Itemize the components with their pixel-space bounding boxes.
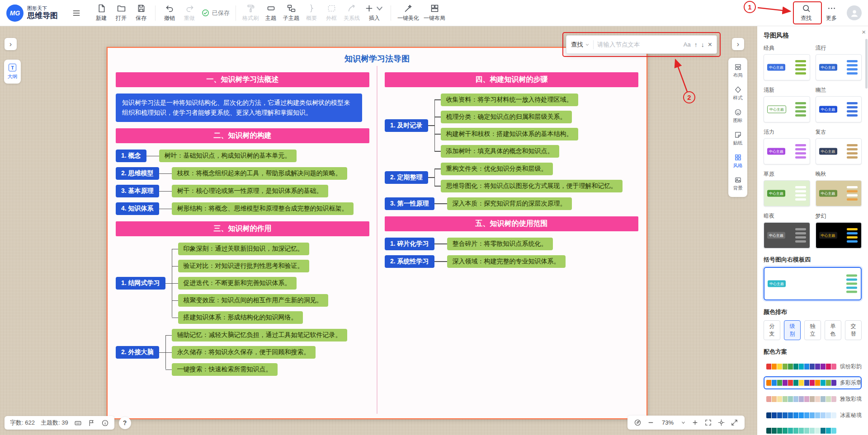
find-input[interactable] (597, 41, 680, 48)
topic-button[interactable]: 主题 (261, 2, 281, 24)
scheme-row[interactable]: 缤纷彩韵 (764, 360, 862, 373)
style-option[interactable]: 复古中心主题 (816, 128, 862, 164)
mindmap-sheet[interactable]: 知识树学习法导图 一、知识树学习法概述知识树学习法是一种将知识结构化、层次化的方… (107, 47, 647, 419)
color-layout-option[interactable]: 分支 (764, 320, 780, 340)
scheme-row[interactable]: 冰蓝秘境 (764, 409, 862, 422)
branch-node[interactable]: 2. 思维模型 (116, 167, 159, 180)
user-avatar[interactable] (847, 5, 862, 20)
leaf-node[interactable]: 辅助记忆：减轻大脑记忆负担，通过工具如笔记软件记录。 (172, 329, 347, 341)
leaf-node[interactable]: 树干：核心理论或第一性原理，是知识体系的基础。 (172, 185, 328, 197)
leaf-node[interactable]: 验证对比：对知识进行批判性思考和验证。 (178, 260, 309, 272)
style-option[interactable]: 草原中心主题 (764, 170, 810, 206)
summary-button[interactable]: 概要 (302, 2, 321, 24)
chevron-down-icon[interactable] (681, 420, 686, 425)
color-layout-option[interactable]: 单色 (825, 320, 841, 340)
more-button[interactable]: 更多 (821, 2, 841, 24)
right-tool-layout[interactable]: 布局 (728, 60, 747, 82)
leaf-node[interactable]: 深入领域：构建完整的专业知识体系。 (447, 255, 566, 268)
color-layout-option[interactable]: 级别 (784, 320, 801, 340)
branch-node[interactable]: 1. 结网式学习 (116, 277, 165, 290)
navigator-icon[interactable] (634, 419, 642, 426)
branch-node[interactable]: 2. 系统性学习 (385, 255, 434, 268)
zoom-in-icon[interactable] (691, 419, 699, 426)
map-canvas[interactable]: › T 大纲 知识树学习法导图 一、知识树学习法概述知识树学习法是一种将知识结构… (0, 26, 757, 435)
style-option[interactable]: 晚秋中心主题 (816, 170, 862, 206)
close-icon[interactable]: × (862, 28, 866, 35)
leaf-node[interactable]: 重构文件夹：优化知识分类和层级。 (441, 163, 553, 175)
collapse-right-panel-button[interactable]: › (732, 38, 744, 50)
keyboard-shortcuts-icon[interactable] (74, 419, 82, 427)
right-tool-theme[interactable]: 风格 (728, 150, 747, 173)
relation-line-button[interactable]: 关系线 (341, 2, 362, 24)
branch-node[interactable]: 1. 及时记录 (385, 119, 428, 132)
branch-node[interactable]: 1. 碎片化学习 (385, 238, 434, 250)
leaf-node[interactable]: 永久储存：将知识永久保存，便于回顾和搜索。 (172, 346, 316, 359)
template-thumbnail[interactable]: 中心主题 (764, 267, 862, 300)
color-layout-option[interactable]: 交替 (845, 320, 862, 340)
leaf-node[interactable]: 梳理分类：确定知识点的归属和层级关系。 (441, 111, 572, 123)
fit-screen-icon[interactable] (704, 419, 712, 426)
subtopic-button[interactable]: 子主题 (281, 2, 302, 24)
frame-button[interactable]: 外框 (321, 2, 341, 24)
outline-button[interactable]: T 大纲 (4, 60, 21, 84)
leaf-node[interactable]: 枝杈：将概念组织起来的工具，帮助形成解决问题的策略。 (172, 167, 347, 180)
leaf-node[interactable]: 添加树叶：填充具体的概念和知识点。 (441, 145, 559, 158)
leaf-node[interactable]: 思维导图化：将知识点以图形化方式展现，便于理解和记忆。 (441, 180, 623, 192)
close-icon[interactable]: × (708, 41, 712, 49)
style-option[interactable]: 流行中心主题 (816, 44, 862, 80)
leaf-node[interactable]: 深入本质：探究知识背后的深层次原理。 (447, 197, 572, 210)
leaf-node[interactable]: 核聚变效应：知识点间的相互作用产生新的洞见。 (178, 294, 328, 307)
style-option[interactable]: 梦幻中心主题 (816, 212, 862, 248)
leaf-node[interactable]: 搭建知识体系：形成结构化的知识网络。 (178, 311, 303, 324)
leaf-node[interactable]: 整合碎片：将零散知识点系统化。 (447, 238, 553, 250)
find-next-icon[interactable]: ↓ (701, 41, 704, 48)
branch-node[interactable]: 2. 定期整理 (385, 171, 428, 184)
branch-node[interactable]: 2. 外接大脑 (116, 346, 159, 359)
leaf-node[interactable]: 树形结构：将概念、思维模型和原理整合成完整的知识框架。 (172, 202, 354, 215)
undo-button[interactable]: 撤销 (160, 2, 179, 24)
right-tool-sticker[interactable]: 贴纸 (728, 127, 747, 150)
fullscreen-icon[interactable] (731, 419, 738, 426)
scheme-row[interactable]: 雅致彩境 (764, 393, 862, 406)
zoom-out-icon[interactable] (647, 419, 655, 426)
help-button[interactable]: ? (119, 417, 131, 429)
section-header-node[interactable]: 一、知识树学习法概述 (116, 72, 369, 87)
style-option[interactable]: 经典中心主题 (764, 44, 810, 80)
beautify-button[interactable]: 一键美化 (395, 2, 421, 24)
section-header-node[interactable]: 三、知识树的作用 (116, 221, 369, 236)
branch-node[interactable]: 4. 知识体系 (116, 202, 159, 215)
right-tool-style[interactable]: 样式 (728, 82, 747, 105)
leaf-node[interactable]: 树叶：基础知识点，构成知识树的基本单元。 (159, 150, 297, 162)
leaf-node[interactable]: 收集资料：将学习材料统一放入待处理区域。 (441, 94, 578, 106)
app-logo[interactable]: MG 图形天下 思维导图 (6, 5, 58, 22)
scheme-row[interactable] (764, 425, 862, 435)
find-previous-icon[interactable]: ↑ (694, 41, 698, 48)
right-tool-background[interactable]: 背景 (728, 173, 747, 195)
redo-button[interactable]: 重做 (179, 2, 199, 24)
match-case-toggle[interactable]: Aa (684, 41, 691, 48)
zoom-level[interactable]: 73% (660, 419, 675, 426)
branch-node[interactable]: 1. 概念 (116, 150, 146, 162)
right-tool-icons[interactable]: 图标 (728, 105, 747, 127)
section-header-node[interactable]: 二、知识树的构建 (116, 128, 369, 143)
style-option[interactable]: 活力中心主题 (764, 128, 810, 164)
find-mode-dropdown[interactable]: 查找 (571, 41, 590, 49)
locate-center-icon[interactable] (717, 419, 725, 426)
summary-node[interactable]: 知识树学习法是一种将知识结构化、层次化的方法，它通过构建类似树状的模型来组织和梳… (116, 94, 362, 122)
leaf-node[interactable]: 促进迭代：不断更新和完善知识体系。 (178, 277, 297, 290)
color-layout-option[interactable]: 独立 (804, 320, 821, 340)
scheme-row[interactable]: 多彩乐章 (764, 376, 862, 389)
info-icon[interactable] (101, 419, 109, 427)
section-header-node[interactable]: 四、构建知识树的步骤 (385, 72, 638, 87)
style-option[interactable]: 清新中心主题 (764, 86, 810, 122)
leaf-node[interactable]: 印象深刻：通过关联新旧知识，加深记忆。 (178, 243, 309, 255)
panel-scrollbar[interactable] (865, 39, 868, 89)
branch-node[interactable]: 3. 第一性原理 (385, 197, 434, 210)
new-button[interactable]: 新建 (91, 2, 111, 24)
style-option[interactable]: 暗夜中心主题 (764, 212, 810, 248)
leaf-node[interactable]: 一键搜索：快速检索所需知识点。 (172, 363, 278, 376)
style-option[interactable]: 幽兰中心主题 (816, 86, 862, 122)
branch-node[interactable]: 3. 基本原理 (116, 185, 159, 197)
insert-button[interactable]: 插入 (362, 2, 387, 24)
save-button[interactable]: 保存 (131, 2, 151, 24)
